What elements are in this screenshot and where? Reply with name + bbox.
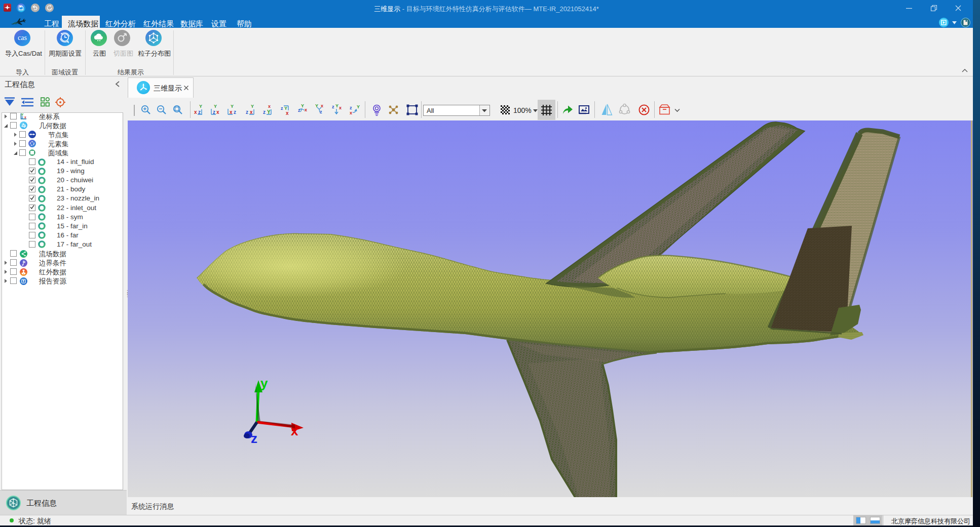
svg-text:Y: Y xyxy=(357,104,360,109)
svg-text:z: z xyxy=(234,109,236,115)
svg-text:Y: Y xyxy=(251,104,254,109)
svg-text:Y: Y xyxy=(301,103,304,108)
svg-text:x: x xyxy=(305,107,307,112)
svg-text:x: x xyxy=(286,110,289,116)
svg-text:x: x xyxy=(350,110,352,115)
svg-text:x: x xyxy=(268,104,271,109)
svg-text:y: y xyxy=(260,376,268,391)
svg-text:Y: Y xyxy=(199,104,202,109)
svg-text:z: z xyxy=(332,104,334,109)
svg-text:Y: Y xyxy=(335,103,338,108)
svg-text:x: x xyxy=(194,109,197,115)
svg-text:x: x xyxy=(24,115,26,119)
svg-text:z: z xyxy=(320,109,322,114)
svg-text:z: z xyxy=(246,109,248,115)
svg-text:Y: Y xyxy=(231,104,234,109)
svg-text:x: x xyxy=(291,423,298,438)
svg-text:z: z xyxy=(298,108,300,113)
svg-text:x: x xyxy=(216,109,219,115)
svg-text:z: z xyxy=(350,105,352,110)
svg-text:z: z xyxy=(281,106,283,111)
svg-text:z: z xyxy=(251,431,257,446)
svg-text:x: x xyxy=(339,105,342,110)
svg-text:z: z xyxy=(263,109,266,115)
svg-text:Y: Y xyxy=(214,104,217,109)
